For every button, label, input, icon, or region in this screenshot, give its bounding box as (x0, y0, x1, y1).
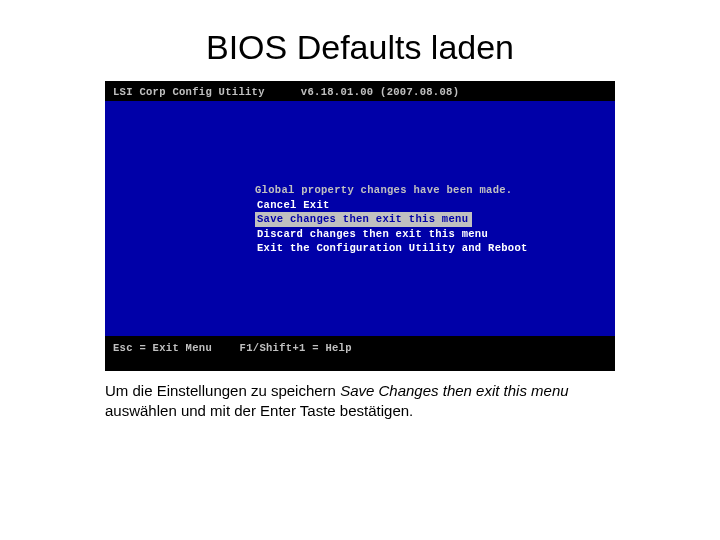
bios-version: v6.18.01.00 (2007.08.08) (301, 86, 459, 98)
caption-text-pre: Um die Einstellungen zu speichern (105, 382, 340, 399)
menu-item-discard-exit[interactable]: Discard changes then exit this menu (255, 227, 532, 241)
footer-help-hint: F1/Shift+1 = Help (240, 342, 352, 354)
exit-menu: Global property changes have been made. … (255, 183, 532, 255)
slide-title: BIOS Defaults laden (0, 0, 720, 81)
menu-item-exit-reboot[interactable]: Exit the Configuration Utility and Reboo… (255, 241, 532, 255)
bios-app-name: LSI Corp Config Utility (113, 86, 265, 98)
bios-header-bar: LSI Corp Config Utilityv6.18.01.00 (2007… (105, 81, 615, 101)
menu-item-cancel-exit[interactable]: Cancel Exit (255, 198, 532, 212)
bios-footer-bar: Esc = Exit Menu F1/Shift+1 = Help (105, 336, 615, 371)
footer-esc-hint: Esc = Exit Menu (113, 341, 233, 355)
menu-item-save-exit[interactable]: Save changes then exit this menu (255, 212, 472, 226)
bios-screen: LSI Corp Config Utilityv6.18.01.00 (2007… (105, 81, 615, 371)
slide-caption: Um die Einstellungen zu speichern Save C… (105, 381, 615, 420)
caption-text-post: auswählen und mit der Enter Taste bestät… (105, 402, 413, 419)
caption-text-italic: Save Changes then exit this menu (340, 382, 568, 399)
bios-body: Global property changes have been made. … (105, 101, 615, 336)
menu-prompt: Global property changes have been made. (255, 183, 532, 197)
